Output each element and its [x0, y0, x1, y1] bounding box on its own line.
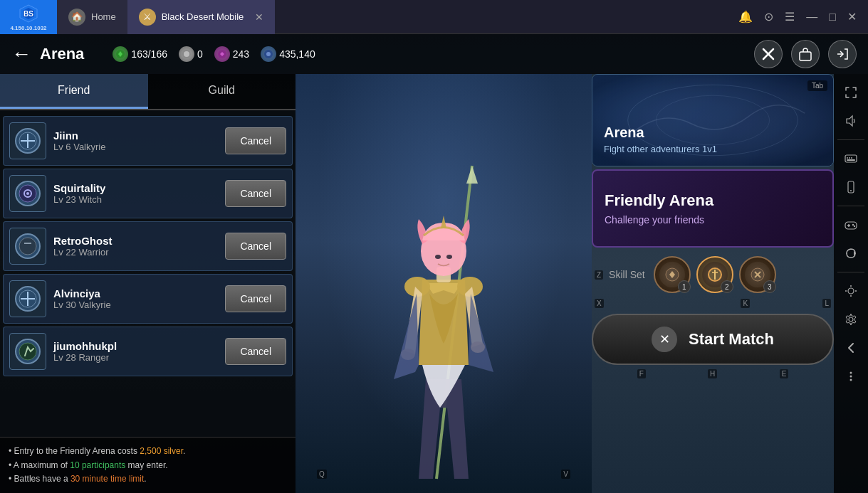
list-item: Squirtality Lv 23 Witch Cancel — [3, 169, 293, 218]
skill-num-1: 1 — [678, 280, 691, 293]
back-icon-btn[interactable] — [838, 335, 864, 361]
svg-point-65 — [849, 317, 853, 322]
friend-class: Lv 30 Valkyrie — [53, 299, 218, 310]
minimize-btn[interactable]: — — [803, 8, 820, 26]
settings-icon[interactable]: ⊙ — [761, 7, 776, 26]
character-area: Q V — [296, 74, 592, 493]
bag-icon-btn[interactable] — [791, 40, 820, 68]
maximize-btn[interactable]: □ — [826, 8, 839, 26]
topbar-right-icons — [754, 40, 857, 68]
friend-avatar-jiinn — [9, 122, 46, 159]
refresh-icon-btn[interactable] — [838, 240, 864, 266]
tab-row: Friend Guild — [0, 74, 296, 110]
friend-name: Jiinn — [53, 129, 218, 142]
gamepad-icon-btn[interactable] — [838, 212, 864, 238]
crystal-icon — [179, 46, 194, 62]
brightness-icon-btn[interactable] — [838, 278, 864, 304]
svg-point-53 — [850, 190, 852, 191]
tab-guild[interactable]: Guild — [148, 74, 296, 109]
settings-icon-btn[interactable] — [838, 307, 864, 332]
friend-info-alvinciya: Alvinciya Lv 30 Valkyrie — [53, 287, 218, 310]
key-l-label: L — [822, 299, 831, 308]
friend-name: Squirtality — [53, 182, 218, 194]
friend-class: Lv 6 Valkyrie — [53, 142, 218, 152]
svg-point-5 — [184, 51, 189, 57]
svg-point-36 — [19, 343, 36, 360]
close-btn[interactable]: ✕ — [845, 7, 859, 26]
keyboard-icon-btn[interactable] — [838, 146, 864, 171]
friend-name: Alvinciya — [53, 287, 218, 299]
key-q-label: Q — [317, 470, 327, 479]
start-match-button[interactable]: ✕ Start Match — [592, 314, 834, 365]
key-x-label: X — [595, 299, 604, 308]
resource-crystal: 0 — [179, 46, 203, 62]
friendly-arena-title: Friendly Arena — [605, 191, 821, 210]
svg-point-68 — [850, 379, 852, 381]
skill-btn-3[interactable]: 3 — [739, 256, 776, 293]
tab-close-icon[interactable]: ✕ — [255, 11, 263, 23]
list-item: Alvinciya Lv 30 Valkyrie Cancel — [3, 274, 293, 324]
svg-rect-11 — [800, 52, 811, 60]
friend-class: Lv 28 Ranger — [53, 352, 218, 363]
skill-num-2: 2 — [721, 280, 733, 293]
tab-friend[interactable]: Friend — [0, 74, 148, 109]
key-k-label: K — [741, 299, 750, 308]
arena-title: Arena — [40, 45, 84, 63]
svg-point-60 — [848, 288, 854, 294]
tab-game[interactable]: ⚔ Black Desert Mobile ✕ — [127, 0, 276, 34]
list-item: RetroGhost Lv 22 Warrior Cancel — [3, 221, 293, 271]
key-f-label: F — [637, 369, 646, 378]
arena-card-content: Arena Fight other adventurers 1v1 — [592, 113, 833, 166]
cancel-alvinciya-button[interactable]: Cancel — [225, 285, 286, 312]
friend-avatar-jiumohhukpl — [9, 333, 46, 370]
notification-icon[interactable]: 🔔 — [736, 7, 755, 26]
more-icon-btn[interactable] — [838, 364, 864, 389]
game-topbar: ← Arena 163/166 0 243 — [0, 34, 868, 74]
key-fhe-row: F H E — [592, 368, 834, 380]
right-panel: Arena Fight other adventurers 1v1 Tab Fr… — [592, 74, 834, 380]
key-e-label: E — [780, 369, 789, 378]
back-button[interactable]: ← — [11, 43, 31, 65]
skill-btn-1[interactable]: 1 — [654, 256, 691, 293]
list-item: Jiinn Lv 6 Valkyrie Cancel — [3, 116, 293, 166]
resource-silver: 435,140 — [261, 46, 315, 62]
svg-point-21 — [435, 255, 441, 259]
friendly-arena-card[interactable]: Friendly Arena Challenge your friends — [592, 169, 834, 248]
sound-icon-btn[interactable] — [838, 108, 864, 134]
svg-marker-23 — [441, 216, 446, 228]
info-line-1: • Entry to the Friendly Arena costs 2,50… — [9, 445, 287, 458]
skill-btn-2[interactable]: 2 — [696, 256, 733, 293]
menu-icon[interactable]: ☰ — [782, 7, 798, 26]
right-toolbar — [834, 74, 868, 493]
friend-info-retroghost: RetroGhost Lv 22 Warrior — [53, 235, 218, 258]
friendly-arena-desc: Challenge your friends — [605, 214, 821, 226]
cancel-x-icon: ✕ — [652, 327, 677, 352]
skill-num-3: 3 — [763, 280, 776, 293]
cancel-retroghost-button[interactable]: Cancel — [225, 233, 286, 260]
avatar-icon — [15, 233, 41, 259]
svg-point-57 — [852, 224, 854, 226]
cancel-squirtality-button[interactable]: Cancel — [225, 180, 286, 207]
friend-list: Jiinn Lv 6 Valkyrie Cancel Squirtality L… — [0, 110, 296, 437]
exit-icon-btn[interactable] — [828, 40, 857, 68]
start-match-label: Start Match — [689, 330, 774, 349]
combat-icon-btn[interactable] — [754, 40, 783, 68]
svg-point-66 — [850, 372, 852, 374]
game-tab-icon: ⚔ — [139, 9, 156, 26]
info-panel: • Entry to the Friendly Arena costs 2,50… — [0, 437, 296, 493]
stamina-icon — [113, 46, 128, 62]
character-figure — [351, 152, 536, 493]
cancel-jiinn-button[interactable]: Cancel — [225, 127, 286, 154]
silver-icon — [261, 46, 276, 62]
svg-point-30 — [19, 238, 36, 255]
key-z-label: Z — [595, 270, 603, 280]
arena-card-desc: Fight other adventurers 1v1 — [604, 144, 822, 154]
svg-point-58 — [854, 226, 855, 227]
avatar-icon — [15, 128, 41, 154]
device-icon-btn[interactable] — [838, 174, 864, 200]
friend-name: RetroGhost — [53, 235, 218, 247]
svg-rect-47 — [845, 155, 857, 162]
expand-icon-btn[interactable] — [838, 80, 864, 105]
cancel-jiumohhukpl-button[interactable]: Cancel — [225, 338, 286, 365]
tab-home[interactable]: 🏠 Home — [57, 0, 127, 34]
